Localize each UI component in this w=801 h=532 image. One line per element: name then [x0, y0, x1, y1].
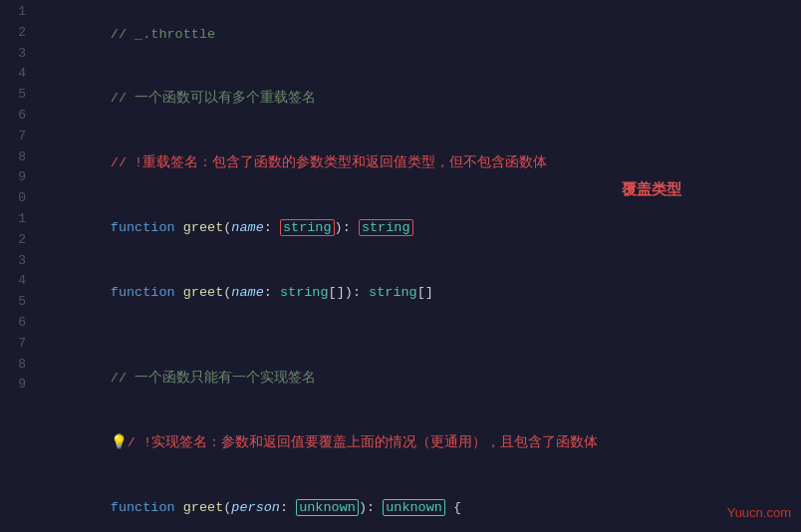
code-line-8: 💡/ !实现签名：参数和返回值要覆盖上面的情况（更通用），且包含了函数体: [46, 410, 791, 475]
code-line-9: function greet(person: unknown): unknown…: [46, 475, 791, 532]
code-area: // _.throttle // 一个函数可以有多个重载签名 // !重载签名：…: [36, 0, 801, 532]
code-editor: 1 2 3 4 5 6 7 8 9 0 1 2 3 4 5 6 7 8 9 //…: [0, 0, 801, 532]
code-line-1: // _.throttle: [46, 2, 791, 67]
code-line-4: function greet(name: string): string: [46, 195, 791, 260]
code-line-2: // 一个函数可以有多个重载签名: [46, 67, 791, 132]
watermark: Yuucn.com: [727, 503, 791, 524]
code-line-7: // 一个函数只能有一个实现签名: [46, 347, 791, 411]
code-line-6: [46, 325, 791, 347]
code-line-3: // !重载签名：包含了函数的参数类型和返回值类型，但不包含函数体: [46, 132, 791, 196]
line-numbers: 1 2 3 4 5 6 7 8 9 0 1 2 3 4 5 6 7 8 9: [0, 0, 36, 532]
code-line-5: function greet(name: string[]): string[]: [46, 260, 791, 325]
